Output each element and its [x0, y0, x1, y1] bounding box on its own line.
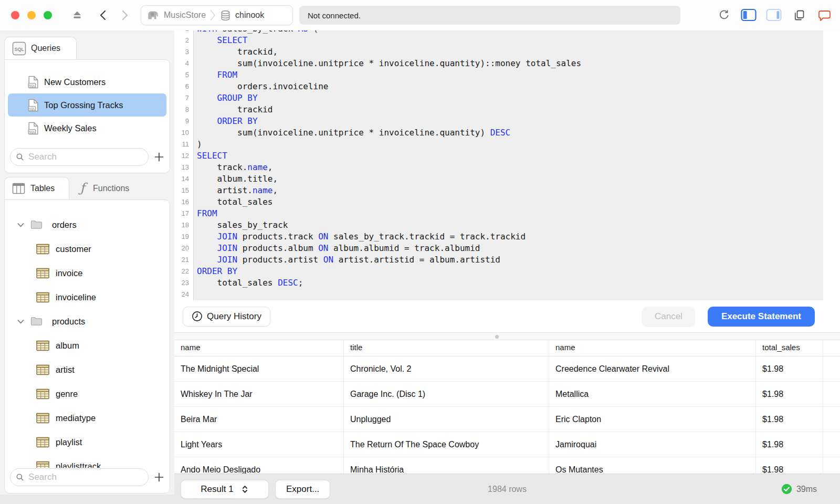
- code-line[interactable]: JOIN products.album ON album.albumid = t…: [197, 243, 823, 254]
- table-cell[interactable]: Whiskey In The Jar: [174, 382, 344, 406]
- tab-functions[interactable]: ƒ Functions: [69, 177, 153, 200]
- forward-button[interactable]: [117, 7, 132, 23]
- column-header[interactable]: title: [344, 340, 549, 356]
- tab-tables[interactable]: Tables: [4, 177, 69, 200]
- zoom-button[interactable]: [44, 11, 52, 19]
- code-line[interactable]: ): [197, 139, 823, 150]
- code-line[interactable]: SELECT: [197, 150, 823, 162]
- chevron-down-icon[interactable]: [17, 223, 24, 227]
- toggle-left-sidebar-button[interactable]: [740, 7, 757, 23]
- line-number: 5: [174, 69, 193, 81]
- execute-statement-button[interactable]: Execute Statement: [708, 307, 815, 327]
- code-line[interactable]: FROM: [197, 69, 823, 81]
- tab-queries[interactable]: SQL Queries: [4, 37, 77, 59]
- table-cell[interactable]: Beira Mar: [174, 407, 344, 432]
- code-line[interactable]: trackid,: [197, 46, 823, 58]
- table-cell[interactable]: The Midnight Special: [174, 356, 344, 381]
- code-line[interactable]: FROM: [197, 208, 823, 219]
- table-cell[interactable]: Metallica: [549, 382, 756, 406]
- table-cell[interactable]: Jamiroquai: [549, 432, 756, 457]
- code-line[interactable]: sum(invoiceline.unitprice * invoiceline.…: [197, 127, 823, 139]
- table-item[interactable]: playlist: [5, 430, 170, 454]
- line-number: 15: [174, 185, 193, 196]
- code-line[interactable]: sales_by_track: [197, 219, 823, 231]
- breadcrumb[interactable]: MusicStore chinook: [141, 5, 293, 25]
- table-item[interactable]: artist: [5, 358, 170, 382]
- code-line[interactable]: [197, 289, 823, 300]
- table-item[interactable]: mediatype: [5, 406, 170, 430]
- code-line[interactable]: ORDER BY: [197, 116, 823, 127]
- table-row[interactable]: Beira MarUnpluggedEric Clapton$1.98: [174, 407, 840, 432]
- table-cell[interactable]: $1.98: [756, 356, 823, 381]
- table-item[interactable]: customer: [5, 237, 170, 261]
- chevron-down-icon[interactable]: [17, 319, 24, 324]
- table-cell[interactable]: Unplugged: [344, 407, 549, 432]
- back-button[interactable]: [96, 7, 111, 23]
- table-item[interactable]: invoice: [5, 261, 170, 285]
- row-count: 1984 rows: [488, 485, 527, 494]
- code-line[interactable]: WITH sales_by_track AS (: [197, 30, 823, 35]
- code-line[interactable]: total_sales DESC;: [197, 277, 823, 289]
- folder-icon: [30, 316, 43, 327]
- table-cell[interactable]: Garage Inc. (Disc 1): [344, 382, 549, 406]
- table-row[interactable]: Whiskey In The JarGarage Inc. (Disc 1)Me…: [174, 382, 840, 407]
- minimize-button[interactable]: [27, 11, 36, 19]
- table-item[interactable]: genre: [5, 382, 170, 406]
- table-cell[interactable]: $1.98: [756, 432, 823, 457]
- query-list-item[interactable]: SQLNew Customers: [8, 70, 166, 93]
- table-item[interactable]: album: [5, 333, 170, 358]
- refresh-icon: [718, 9, 730, 22]
- table-icon: [36, 340, 49, 351]
- table-row[interactable]: Light YearsThe Return Of The Space Cowbo…: [174, 432, 840, 457]
- column-header[interactable]: name: [174, 340, 344, 356]
- tables-search-box[interactable]: [10, 468, 149, 486]
- table-cell[interactable]: $1.98: [756, 407, 823, 432]
- tables-search-input[interactable]: [27, 471, 143, 483]
- code-line[interactable]: ORDER BY: [197, 266, 823, 277]
- code-line[interactable]: trackid: [197, 104, 823, 116]
- table-cell[interactable]: Eric Clapton: [549, 407, 756, 432]
- query-list-item[interactable]: SQLWeekly Sales: [8, 117, 166, 140]
- sql-editor[interactable]: 123456789101112131415161718192021222324 …: [174, 30, 840, 300]
- column-header[interactable]: total_sales: [756, 340, 823, 356]
- code-line[interactable]: JOIN products.artist ON artist.artistid …: [197, 254, 823, 266]
- refresh-button[interactable]: [715, 7, 732, 23]
- close-button[interactable]: [11, 11, 19, 19]
- table-row[interactable]: The Midnight SpecialChronicle, Vol. 2Cre…: [174, 356, 840, 382]
- table-cell[interactable]: Light Years: [174, 432, 344, 457]
- eject-button[interactable]: [69, 7, 85, 23]
- table-cell[interactable]: $1.98: [756, 382, 823, 406]
- table-item[interactable]: invoiceline: [5, 285, 170, 309]
- schema-folder-item[interactable]: products: [5, 309, 170, 333]
- schema-folder-item[interactable]: orders: [5, 213, 170, 237]
- split-divider[interactable]: [174, 332, 840, 340]
- code-line[interactable]: SELECT: [197, 35, 823, 46]
- code-line[interactable]: album.title,: [197, 173, 823, 185]
- code-line[interactable]: sum(invoiceline.unitprice * invoiceline.…: [197, 58, 823, 69]
- column-header[interactable]: name: [549, 340, 756, 356]
- duplicate-window-button[interactable]: [791, 7, 807, 23]
- code-line[interactable]: total_sales: [197, 196, 823, 208]
- sql-text: album.albumid = track.albumid: [328, 243, 480, 253]
- feedback-button[interactable]: [816, 7, 833, 23]
- code-line[interactable]: track.name,: [197, 162, 823, 173]
- query-history-button[interactable]: Query History: [183, 307, 270, 327]
- code-line[interactable]: artist.name,: [197, 185, 823, 196]
- add-query-button[interactable]: [153, 151, 165, 163]
- add-table-button[interactable]: [153, 471, 165, 484]
- table-cell[interactable]: Chronicle, Vol. 2: [344, 356, 549, 381]
- code-line[interactable]: GROUP BY: [197, 92, 823, 104]
- divider-handle[interactable]: [495, 335, 499, 339]
- queries-search-input[interactable]: [27, 151, 143, 163]
- queries-search-box[interactable]: [10, 148, 149, 166]
- code-line[interactable]: orders.invoiceline: [197, 81, 823, 92]
- toggle-right-panel-button[interactable]: [765, 7, 782, 23]
- table-cell[interactable]: Creedence Clearwater Revival: [549, 356, 756, 381]
- table-cell[interactable]: The Return Of The Space Cowboy: [344, 432, 549, 457]
- main-area: 123456789101112131415161718192021222324 …: [174, 30, 840, 504]
- query-list-item[interactable]: SQLTop Grossing Tracks: [8, 93, 166, 117]
- code-line[interactable]: JOIN products.track ON sales_by_track.tr…: [197, 231, 823, 243]
- result-selector[interactable]: Result 1: [181, 480, 269, 499]
- export-button[interactable]: Export...: [275, 480, 330, 499]
- code-area[interactable]: WITH sales_by_track AS ( SELECT trackid,…: [194, 30, 823, 300]
